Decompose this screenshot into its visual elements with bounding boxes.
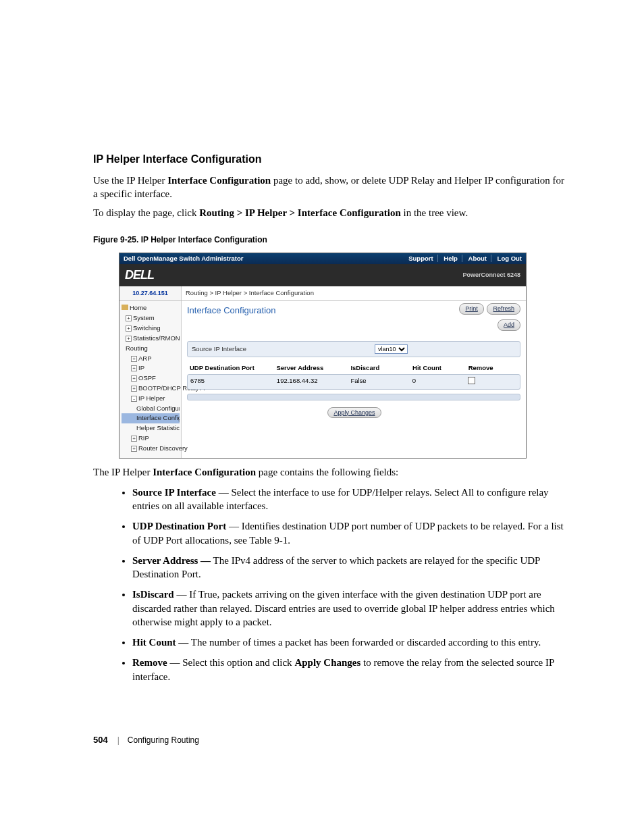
field-term: Hit Count —: [132, 637, 188, 648]
tree-toggle-icon[interactable]: +: [131, 365, 137, 371]
field-desc: The number of times a packet has been fo…: [188, 637, 541, 648]
subheader: 10.27.64.151 Routing > IP Helper > Inter…: [119, 286, 526, 301]
field-desc: — If True, packets arriving on the given…: [132, 589, 555, 627]
nav-label: Statistics/RMON: [133, 334, 180, 342]
intro-paragraph-1: Use the IP Helper Interface Configuratio…: [93, 174, 571, 201]
home-icon: [122, 305, 128, 310]
field-term: UDP Destination Port: [132, 521, 226, 531]
source-interface-select[interactable]: vlan10: [375, 344, 408, 354]
nav-item[interactable]: Global Configuration: [122, 404, 180, 414]
nav-item[interactable]: +Statistics/RMON: [122, 334, 180, 344]
field-term: Remove: [132, 657, 167, 668]
tree-toggle-icon[interactable]: -: [131, 396, 137, 402]
table-header: UDP Destination Port Server Address IsDi…: [187, 363, 520, 374]
th-server-address: Server Address: [276, 364, 350, 373]
nav-label: ARP: [138, 355, 152, 362]
nav-label: OSPF: [138, 374, 156, 382]
nav-label: Router Discovery: [138, 444, 188, 452]
tree-toggle-icon[interactable]: +: [131, 436, 137, 442]
nav-label: Global Configuration: [136, 405, 180, 412]
field-term: IsDiscard: [132, 589, 174, 600]
th-isdiscard: IsDiscard: [350, 364, 412, 373]
text-bold: Interface Configuration: [167, 175, 271, 186]
apply-changes-button[interactable]: Apply Changes: [327, 407, 381, 418]
field-item: Server Address — The IPv4 address of the…: [132, 554, 571, 581]
nav-item[interactable]: +IP: [122, 363, 180, 373]
tree-toggle-icon[interactable]: +: [131, 446, 137, 452]
field-desc-bold: Apply Changes: [294, 657, 360, 668]
footer-separator: |: [117, 735, 119, 746]
nav-label: Interface Configurati: [136, 414, 180, 421]
tree-toggle-icon[interactable]: +: [131, 386, 137, 392]
nav-label: Helper Statistics: [136, 424, 180, 432]
text-bold: Routing > IP Helper > Interface Configur…: [199, 207, 400, 218]
section-title: IP Helper Interface Configuration: [93, 152, 571, 167]
cell-hit-count: 0: [412, 377, 468, 387]
figure-caption: Figure 9-25. IP Helper Interface Configu…: [93, 234, 571, 245]
print-button[interactable]: Print: [459, 303, 484, 314]
cell-udp-port: 6785: [190, 377, 277, 387]
tree-toggle-icon[interactable]: +: [126, 325, 132, 332]
field-item: Hit Count — The number of times a packet…: [132, 635, 571, 649]
text: in the tree view.: [401, 207, 468, 218]
table-row: 6785 192.168.44.32 False 0: [187, 374, 520, 390]
link-support[interactable]: Support: [408, 255, 437, 262]
remove-checkbox[interactable]: [468, 377, 475, 384]
text: page contains the following fields:: [256, 467, 398, 477]
main-panel: Interface Configuration Print Refresh Ad…: [182, 301, 526, 457]
th-remove: Remove: [468, 364, 518, 373]
source-interface-label: Source IP Interface: [192, 345, 246, 354]
field-item: Source IP Interface — Select the interfa…: [132, 486, 571, 513]
add-button[interactable]: Add: [498, 319, 520, 330]
nav-tree[interactable]: Home+System+Switching+Statistics/RMONRou…: [119, 301, 182, 457]
cell-isdiscard: False: [350, 377, 412, 387]
tree-toggle-icon[interactable]: +: [126, 315, 132, 321]
fields-list: Source IP Interface — Select the interfa…: [132, 486, 571, 683]
field-item: Remove — Select this option and click Ap…: [132, 656, 571, 683]
nav-item[interactable]: +Router Discovery: [122, 444, 180, 454]
field-desc: — Select this option and click: [167, 657, 295, 668]
nav-item[interactable]: +Switching: [122, 323, 180, 334]
nav-item[interactable]: +System: [122, 313, 180, 323]
cell-server-address: 192.168.44.32: [277, 377, 351, 387]
nav-item[interactable]: Routing: [122, 344, 180, 354]
nav-label: System: [133, 314, 155, 321]
nav-item[interactable]: Helper Statistics: [122, 423, 180, 434]
nav-item-selected[interactable]: Interface Configurati: [122, 413, 180, 423]
refresh-button[interactable]: Refresh: [487, 303, 520, 314]
table-separator: [187, 394, 520, 400]
nav-item[interactable]: +RIP: [122, 434, 180, 444]
page-footer: 504 | Configuring Routing: [93, 734, 199, 746]
nav-label: Home: [130, 304, 146, 311]
breadcrumb: Routing > IP Helper > Interface Configur…: [182, 286, 318, 301]
field-term: Server Address —: [132, 555, 211, 566]
dell-logo: DELL: [125, 267, 154, 283]
nav-item[interactable]: -IP Helper: [122, 394, 180, 404]
link-help[interactable]: Help: [444, 255, 462, 262]
tree-toggle-icon[interactable]: +: [126, 336, 132, 342]
window-title: Dell OpenManage Switch Administrator: [124, 255, 244, 263]
text: To display the page, click: [93, 207, 199, 218]
fields-lead: The IP Helper Interface Configuration pa…: [93, 465, 571, 479]
nav-label: Switching: [133, 324, 161, 332]
nav-item[interactable]: +BOOTP/DHCP Relay A: [122, 384, 180, 394]
tree-toggle-icon[interactable]: +: [131, 356, 137, 362]
relay-table: UDP Destination Port Server Address IsDi…: [187, 363, 520, 400]
link-about[interactable]: About: [468, 255, 491, 262]
nav-item[interactable]: +OSPF: [122, 373, 180, 384]
field-item: UDP Destination Port — Identifies destin…: [132, 519, 571, 547]
nav-label: IP: [138, 364, 144, 371]
device-ip: 10.27.64.151: [119, 286, 182, 301]
nav-item[interactable]: +ARP: [122, 354, 180, 364]
nav-label: Routing: [126, 344, 148, 352]
nav-item[interactable]: Home: [122, 303, 180, 313]
screenshot: Dell OpenManage Switch Administrator Sup…: [119, 253, 527, 459]
window-titlebar: Dell OpenManage Switch Administrator Sup…: [119, 253, 526, 265]
chapter-name: Configuring Routing: [128, 735, 199, 746]
link-logout[interactable]: Log Out: [498, 255, 522, 262]
field-item: IsDiscard — If True, packets arriving on…: [132, 588, 571, 629]
nav-label: RIP: [138, 434, 149, 442]
cell-remove: [468, 377, 517, 387]
tree-toggle-icon[interactable]: +: [131, 375, 137, 382]
source-interface-panel: Source IP Interface vlan10: [187, 341, 520, 357]
